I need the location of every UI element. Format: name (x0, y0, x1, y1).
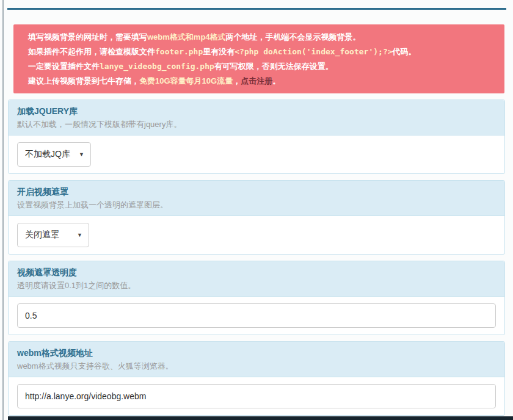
panel-title: 加载JQUERY库 (17, 106, 496, 116)
alert-line-3: 一定要设置插件文件lanye_videobg_config.php有可写权限，否… (28, 59, 490, 74)
notice-alert: 填写视频背景的网址时，需要填写webm格式和mp4格式两个地址，手机端不会显示视… (13, 24, 504, 93)
panel-webm-url: webm格式视频地址 webm格式视频只支持谷歌、火狐等浏览器。 (8, 341, 505, 416)
panel-title: 开启视频遮罩 (17, 187, 496, 197)
alert-text: 有可写权限，否则无法保存设置。 (214, 62, 333, 71)
alert-line-2: 如果插件不起作用，请检查模版文件footer.php里有没有<?php doAc… (28, 45, 490, 59)
register-link[interactable]: 点击注册 (241, 76, 272, 85)
alert-text: 里有没有 (203, 47, 235, 56)
select-value: 关闭遮罩 (25, 230, 59, 241)
panel-video-mask: 开启视频遮罩 设置视频背景上加载一个透明的遮罩图层。 关闭遮罩 ▼ (8, 180, 505, 255)
alert-code: lanye_videobg_config.php (100, 62, 214, 71)
chevron-down-icon: ▼ (77, 232, 82, 238)
panel-body (9, 377, 504, 415)
panel-description: 默认不加载，一般情况下模版都带有jquery库。 (17, 120, 496, 129)
mask-select[interactable]: 关闭遮罩 ▼ (17, 223, 89, 247)
jquery-select[interactable]: 不加载JQ库 ▼ (17, 142, 91, 167)
panel-description: 透明度请设置0.1到1之间的数值。 (17, 281, 496, 291)
panel-title: webm格式视频地址 (17, 348, 496, 358)
panel-heading: webm格式视频地址 webm格式视频只支持谷歌、火狐等浏览器。 (9, 342, 504, 377)
panel-body (9, 297, 504, 335)
opacity-input[interactable] (17, 303, 496, 328)
alert-line-1: 填写视频背景的网址时，需要填写webm格式和mp4格式两个地址，手机端不会显示视… (28, 30, 490, 45)
panel-heading: 视频遮罩透明度 透明度请设置0.1到1之间的数值。 (9, 261, 504, 297)
alert-text: 建议上传视频背景到七牛存储， (28, 76, 139, 85)
alert-text: 代码。 (393, 47, 417, 56)
alert-highlight: webm格式和mp4格式 (147, 32, 226, 42)
alert-text: 填写视频背景的网址时，需要填写 (28, 32, 147, 42)
chevron-down-icon: ▼ (79, 151, 84, 158)
alert-line-4: 建议上传视频背景到七牛存储，免费10G容量每月10G流量，点击注册。 (28, 74, 490, 89)
select-value: 不加载JQ库 (25, 149, 70, 160)
alert-text: 如果插件不起作用，请检查模版文件 (28, 47, 155, 56)
webm-url-input[interactable] (17, 384, 496, 408)
panel-title: 视频遮罩透明度 (17, 267, 496, 277)
panel-description: webm格式视频只支持谷歌、火狐等浏览器。 (17, 361, 496, 371)
alert-text: ， (233, 76, 241, 85)
alert-text: 。 (272, 76, 280, 85)
panel-heading: 加载JQUERY库 默认不加载，一般情况下模版都带有jquery库。 (9, 100, 504, 136)
left-edge-line (2, 0, 4, 420)
panel-description: 设置视频背景上加载一个透明的遮罩图层。 (17, 200, 496, 210)
alert-code: <?php doAction('index_footer');?> (235, 47, 392, 56)
settings-page: 填写视频背景的网址时，需要填写webm格式和mp4格式两个地址，手机端不会显示视… (8, 0, 505, 416)
alert-text: 两个地址，手机端不会显示视频背景。 (226, 32, 361, 42)
panel-body: 不加载JQ库 ▼ (9, 136, 504, 173)
panel-load-jquery: 加载JQUERY库 默认不加载，一般情况下模版都带有jquery库。 不加载JQ… (8, 100, 505, 174)
panel-body: 关闭遮罩 ▼ (9, 216, 504, 254)
top-accent-line (7, 8, 506, 10)
panel-mask-opacity: 视频遮罩透明度 透明度请设置0.1到1之间的数值。 (8, 261, 505, 335)
alert-text: 一定要设置插件文件 (28, 62, 100, 71)
alert-highlight: 免费10G容量每月10G流量 (139, 76, 233, 85)
panel-heading: 开启视频遮罩 设置视频背景上加载一个透明的遮罩图层。 (9, 181, 504, 216)
alert-code: footer.php (155, 47, 203, 56)
bottom-dark-bar (8, 416, 513, 420)
